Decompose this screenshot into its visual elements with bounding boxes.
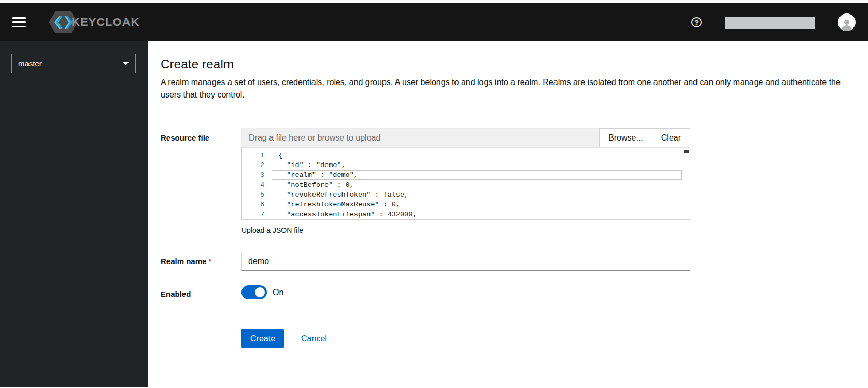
line-code-text: { [272,150,682,160]
nav-toggle-hamburger-icon[interactable] [12,17,26,27]
line-number: 5 [242,190,272,200]
resource-file-label: Resource file [161,128,241,234]
code-line: 6 "refreshTokenMaxReuse" : 0, [242,200,690,210]
upload-helper-text: Upload a JSON file [241,226,690,234]
toggle-knob-icon [255,287,265,297]
line-number: 4 [242,180,272,190]
enabled-label: Enabled [161,284,241,299]
code-line: 1 { [242,150,690,160]
masthead: KEYCLOAK ? [0,3,868,41]
resource-file-row: Resource file Browse... Clear 1 { 2 "id"… [161,128,856,234]
line-code-text: "refreshTokenMaxReuse" : 0, [272,200,682,210]
line-code-text: "revokeRefreshToken" : false, [272,190,682,200]
create-button[interactable]: Create [241,329,284,348]
enabled-state-label: On [273,288,283,297]
create-realm-form: Resource file Browse... Clear 1 { 2 "id"… [148,114,868,362]
sidebar: master [0,41,148,387]
help-icon[interactable]: ? [691,17,702,27]
main-content: Create realm A realm manages a set of us… [148,41,868,387]
json-code-editor[interactable]: 1 { 2 "id" : "demo", 3 "realm" : "demo",… [241,147,690,220]
line-number: 3 [242,170,272,180]
realm-selector-dropdown[interactable]: master [11,54,136,73]
realm-name-label: Realm name* [161,252,241,271]
realm-name-row: Realm name* [161,252,856,271]
line-number: 6 [242,200,272,210]
browse-button[interactable]: Browse... [599,128,652,147]
line-number: 2 [242,160,272,170]
enabled-toggle[interactable] [241,285,267,299]
user-avatar-icon[interactable] [838,13,856,31]
code-line: 5 "revokeRefreshToken" : false, [242,190,690,200]
file-upload-group: Browse... Clear [241,128,690,147]
actions-row: Create Cancel [161,329,856,348]
clear-button[interactable]: Clear [652,128,690,147]
line-code-text: "notBefore" : 0, [272,180,682,190]
enabled-row: Enabled On [161,284,856,299]
page-title: Create realm [161,57,856,72]
chevron-down-icon [123,62,129,65]
code-line: 3 "realm" : "demo", [242,170,690,180]
required-asterisk: * [208,257,211,266]
scrollbar-thumb-icon[interactable] [684,150,689,153]
code-line: 7 "accessTokenLifespan" : 432000, [242,210,690,219]
cancel-button[interactable]: Cancel [301,334,327,343]
brand-title: KEYCLOAK [72,16,139,29]
code-line: 4 "notBefore" : 0, [242,180,690,190]
line-code-text: "id" : "demo", [272,160,682,170]
file-upload-input[interactable] [241,128,599,147]
line-code-text: "realm" : "demo", [272,170,682,180]
realm-name-input[interactable] [241,252,690,271]
line-number: 1 [242,150,272,160]
line-number: 7 [242,210,272,219]
masthead-placeholder-bar [725,17,815,29]
editor-scrollbar[interactable] [682,148,690,219]
page-description: A realm manages a set of users, credenti… [161,76,856,101]
realm-selector-value: master [18,59,42,68]
code-line: 2 "id" : "demo", [242,160,690,170]
line-code-text: "accessTokenLifespan" : 432000, [272,210,682,219]
code-editor-lines: 1 { 2 "id" : "demo", 3 "realm" : "demo",… [242,148,690,219]
keycloak-logo[interactable]: KEYCLOAK [47,10,139,34]
